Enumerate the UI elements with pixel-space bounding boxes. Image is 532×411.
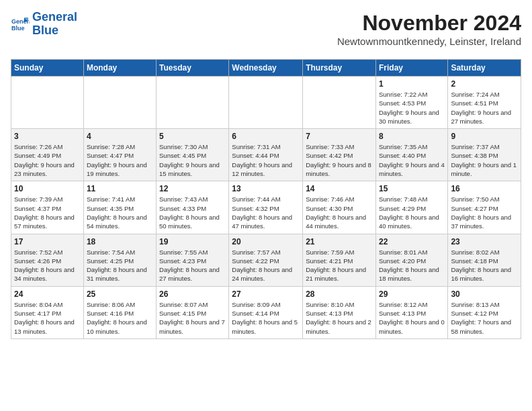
- table-row: [157, 77, 229, 129]
- table-row: 6Sunrise: 7:31 AM Sunset: 4:44 PM Daylig…: [229, 129, 303, 181]
- day-info: Sunrise: 7:54 AM Sunset: 4:25 PM Dayligh…: [87, 248, 153, 283]
- day-number: 1: [379, 79, 445, 89]
- table-row: 28Sunrise: 8:10 AM Sunset: 4:13 PM Dayli…: [303, 286, 376, 338]
- day-info: Sunrise: 7:44 AM Sunset: 4:32 PM Dayligh…: [232, 195, 300, 230]
- table-row: 25Sunrise: 8:06 AM Sunset: 4:16 PM Dayli…: [83, 286, 156, 338]
- day-info: Sunrise: 7:39 AM Sunset: 4:37 PM Dayligh…: [14, 195, 81, 230]
- title-section: November 2024 Newtownmountkennedy, Leins…: [337, 11, 521, 52]
- table-row: 27Sunrise: 8:09 AM Sunset: 4:14 PM Dayli…: [229, 286, 303, 338]
- day-info: Sunrise: 7:28 AM Sunset: 4:47 PM Dayligh…: [87, 142, 153, 178]
- day-number: 25: [87, 289, 153, 299]
- table-row: 29Sunrise: 8:12 AM Sunset: 4:13 PM Dayli…: [375, 286, 447, 338]
- table-row: 18Sunrise: 7:54 AM Sunset: 4:25 PM Dayli…: [83, 234, 156, 286]
- table-row: 30Sunrise: 8:13 AM Sunset: 4:12 PM Dayli…: [448, 286, 521, 338]
- day-number: 12: [159, 184, 226, 193]
- day-info: Sunrise: 8:10 AM Sunset: 4:13 PM Dayligh…: [306, 300, 373, 336]
- day-number: 14: [306, 184, 373, 193]
- day-info: Sunrise: 7:22 AM Sunset: 4:53 PM Dayligh…: [379, 90, 445, 126]
- table-row: 4Sunrise: 7:28 AM Sunset: 4:47 PM Daylig…: [83, 129, 156, 181]
- day-number: 15: [379, 184, 445, 193]
- day-number: 4: [87, 132, 153, 141]
- day-number: 18: [87, 237, 153, 246]
- day-number: 17: [14, 237, 81, 246]
- table-row: 14Sunrise: 7:46 AM Sunset: 4:30 PM Dayli…: [303, 181, 376, 234]
- table-row: 2Sunrise: 7:24 AM Sunset: 4:51 PM Daylig…: [448, 77, 521, 129]
- logo-line2: Blue: [32, 24, 77, 38]
- day-info: Sunrise: 7:46 AM Sunset: 4:30 PM Dayligh…: [306, 195, 373, 230]
- day-number: 30: [451, 289, 518, 299]
- day-number: 13: [232, 184, 300, 193]
- day-info: Sunrise: 7:48 AM Sunset: 4:29 PM Dayligh…: [379, 195, 445, 230]
- day-number: 24: [14, 289, 81, 299]
- logo: General Blue General Blue: [11, 11, 77, 38]
- day-info: Sunrise: 7:31 AM Sunset: 4:44 PM Dayligh…: [232, 142, 300, 178]
- day-number: 10: [14, 184, 81, 193]
- table-row: 13Sunrise: 7:44 AM Sunset: 4:32 PM Dayli…: [229, 181, 303, 234]
- day-info: Sunrise: 7:33 AM Sunset: 4:42 PM Dayligh…: [306, 142, 373, 178]
- day-number: 23: [451, 237, 518, 246]
- day-info: Sunrise: 7:37 AM Sunset: 4:38 PM Dayligh…: [451, 142, 518, 178]
- col-wednesday: Wednesday: [229, 60, 303, 77]
- logo-line1: General: [32, 11, 77, 24]
- day-number: 21: [306, 237, 373, 246]
- day-info: Sunrise: 7:50 AM Sunset: 4:27 PM Dayligh…: [451, 195, 518, 230]
- month-title: November 2024: [337, 11, 521, 36]
- day-number: 19: [159, 237, 226, 246]
- table-row: 15Sunrise: 7:48 AM Sunset: 4:29 PM Dayli…: [375, 181, 447, 234]
- col-sunday: Sunday: [11, 60, 84, 77]
- day-info: Sunrise: 7:52 AM Sunset: 4:26 PM Dayligh…: [14, 248, 81, 283]
- table-row: 11Sunrise: 7:41 AM Sunset: 4:35 PM Dayli…: [83, 181, 156, 234]
- table-row: 1Sunrise: 7:22 AM Sunset: 4:53 PM Daylig…: [375, 77, 447, 129]
- day-info: Sunrise: 7:43 AM Sunset: 4:33 PM Dayligh…: [159, 195, 226, 230]
- col-monday: Monday: [83, 60, 156, 77]
- day-info: Sunrise: 8:04 AM Sunset: 4:17 PM Dayligh…: [14, 300, 81, 336]
- table-row: [303, 77, 376, 129]
- day-info: Sunrise: 8:13 AM Sunset: 4:12 PM Dayligh…: [451, 300, 518, 336]
- table-row: 23Sunrise: 8:02 AM Sunset: 4:18 PM Dayli…: [448, 234, 521, 286]
- table-row: 22Sunrise: 8:01 AM Sunset: 4:20 PM Dayli…: [375, 234, 447, 286]
- day-info: Sunrise: 7:35 AM Sunset: 4:40 PM Dayligh…: [379, 142, 445, 178]
- day-number: 27: [232, 289, 300, 299]
- day-number: 2: [451, 79, 518, 89]
- table-row: 16Sunrise: 7:50 AM Sunset: 4:27 PM Dayli…: [448, 181, 521, 234]
- table-row: 10Sunrise: 7:39 AM Sunset: 4:37 PM Dayli…: [11, 181, 84, 234]
- day-info: Sunrise: 7:55 AM Sunset: 4:23 PM Dayligh…: [159, 248, 226, 283]
- table-row: 20Sunrise: 7:57 AM Sunset: 4:22 PM Dayli…: [229, 234, 303, 286]
- table-row: [11, 77, 84, 129]
- col-thursday: Thursday: [303, 60, 376, 77]
- table-row: 21Sunrise: 7:59 AM Sunset: 4:21 PM Dayli…: [303, 234, 376, 286]
- day-info: Sunrise: 8:06 AM Sunset: 4:16 PM Dayligh…: [87, 300, 153, 336]
- table-row: 17Sunrise: 7:52 AM Sunset: 4:26 PM Dayli…: [11, 234, 84, 286]
- day-number: 11: [87, 184, 153, 193]
- day-info: Sunrise: 8:01 AM Sunset: 4:20 PM Dayligh…: [379, 248, 445, 283]
- table-row: 9Sunrise: 7:37 AM Sunset: 4:38 PM Daylig…: [448, 129, 521, 181]
- col-friday: Friday: [375, 60, 447, 77]
- day-number: 29: [379, 289, 445, 299]
- day-number: 7: [306, 132, 373, 141]
- day-number: 5: [159, 132, 226, 141]
- col-saturday: Saturday: [448, 60, 521, 77]
- calendar: Sunday Monday Tuesday Wednesday Thursday…: [11, 59, 521, 339]
- day-number: 26: [159, 289, 226, 299]
- day-info: Sunrise: 7:26 AM Sunset: 4:49 PM Dayligh…: [14, 142, 81, 178]
- table-row: 7Sunrise: 7:33 AM Sunset: 4:42 PM Daylig…: [303, 129, 376, 181]
- table-row: 8Sunrise: 7:35 AM Sunset: 4:40 PM Daylig…: [375, 129, 447, 181]
- day-number: 22: [379, 237, 445, 246]
- day-info: Sunrise: 7:30 AM Sunset: 4:45 PM Dayligh…: [159, 142, 226, 178]
- day-info: Sunrise: 8:07 AM Sunset: 4:15 PM Dayligh…: [159, 300, 226, 336]
- day-info: Sunrise: 8:09 AM Sunset: 4:14 PM Dayligh…: [232, 300, 300, 336]
- location-title: Newtownmountkennedy, Leinster, Ireland: [337, 36, 521, 47]
- day-number: 16: [451, 184, 518, 193]
- table-row: 24Sunrise: 8:04 AM Sunset: 4:17 PM Dayli…: [11, 286, 84, 338]
- day-number: 28: [306, 289, 373, 299]
- col-tuesday: Tuesday: [157, 60, 229, 77]
- table-row: [229, 77, 303, 129]
- day-number: 9: [451, 132, 518, 141]
- day-info: Sunrise: 7:41 AM Sunset: 4:35 PM Dayligh…: [87, 195, 153, 230]
- day-number: 6: [232, 132, 300, 141]
- table-row: 26Sunrise: 8:07 AM Sunset: 4:15 PM Dayli…: [157, 286, 229, 338]
- logo-icon: General Blue: [11, 15, 30, 34]
- day-info: Sunrise: 7:24 AM Sunset: 4:51 PM Dayligh…: [451, 90, 518, 126]
- day-info: Sunrise: 8:12 AM Sunset: 4:13 PM Dayligh…: [379, 300, 445, 336]
- table-row: 3Sunrise: 7:26 AM Sunset: 4:49 PM Daylig…: [11, 129, 84, 181]
